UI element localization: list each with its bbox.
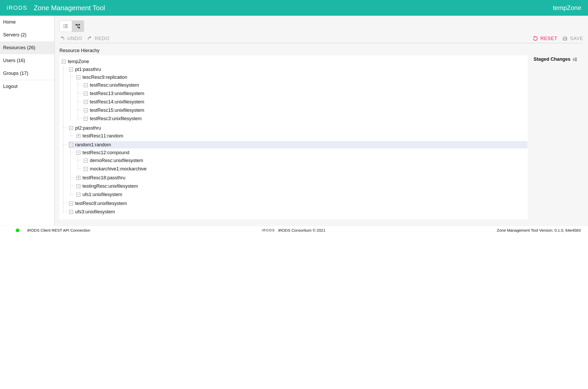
svg-point-0 — [63, 24, 64, 25]
leaf-icon[interactable]: − — [84, 108, 88, 112]
staged-changes-header: Staged Changes — [534, 57, 583, 62]
resource-tree: −tempZone −pt1:passthru −tescResc9:repli… — [60, 56, 528, 219]
save-button[interactable]: SAVE — [562, 36, 583, 41]
expand-icon[interactable]: + — [76, 134, 80, 138]
tree-node-testResc3[interactable]: −testResc3:unixfilesystem — [83, 115, 528, 122]
tree-node-testResc14[interactable]: −testResc14:unixfilesystem — [83, 98, 528, 105]
sidebar-item-servers[interactable]: Servers (2) — [0, 29, 54, 41]
main-content: UNDO REDO RESET SAVE Resource Hierachy — [54, 16, 588, 226]
svg-rect-1 — [65, 25, 68, 25]
sidebar-item-logout[interactable]: Logout — [0, 80, 54, 93]
connection-status-text: iRODS Client REST API Connection — [27, 228, 90, 232]
leaf-icon[interactable]: − — [84, 159, 88, 163]
redo-button[interactable]: REDO — [87, 36, 109, 41]
collapse-icon[interactable]: − — [76, 151, 80, 155]
leaf-icon[interactable]: − — [84, 100, 88, 104]
collapse-icon[interactable]: − — [69, 126, 73, 130]
staged-changes-panel: Staged Changes — [534, 55, 583, 62]
tree-node-random1[interactable]: −random1:random — [69, 141, 528, 148]
leaf-icon[interactable]: − — [84, 83, 88, 87]
tree-node-demoResc[interactable]: −demoResc:unixfilesystem — [83, 157, 528, 164]
tree-node-testResc18[interactable]: +testResc18:passthru — [76, 174, 528, 181]
undo-button[interactable]: UNDO — [59, 36, 82, 41]
brand-logo: iRODS — [7, 4, 27, 11]
tree-node-pt1[interactable]: −pt1:passthru — [69, 66, 528, 73]
sidebar-item-resources[interactable]: Resources (26) — [0, 41, 54, 54]
collapse-icon[interactable]: − — [69, 143, 73, 147]
toolbar-right: RESET SAVE — [532, 36, 583, 41]
list-icon — [63, 23, 69, 29]
tree-node-testResc8[interactable]: −testResc8:unixfilesystem — [69, 200, 528, 207]
tree-node-ufs3[interactable]: −ufs3:unixfilesystem — [69, 208, 528, 215]
svg-rect-5 — [65, 27, 68, 28]
svg-rect-6 — [76, 24, 77, 26]
list-view-button[interactable] — [60, 21, 72, 32]
svg-rect-7 — [79, 24, 80, 26]
view-toggle — [59, 20, 84, 32]
leaf-icon[interactable]: − — [69, 210, 73, 214]
svg-point-4 — [63, 27, 64, 28]
leaf-icon[interactable]: − — [84, 117, 88, 121]
tree-node-testResc11[interactable]: +testResc11:random — [76, 132, 528, 140]
tree-node-testResc13[interactable]: −testResc13:unixfilesystem — [83, 90, 528, 97]
collapse-icon[interactable]: − — [69, 68, 73, 71]
tree-node-mockarchive1[interactable]: −mockarchive1:mockarchive — [83, 165, 528, 173]
tree-node-pt2[interactable]: −pt2:passthru — [69, 124, 528, 132]
footer-left: iRODS Client REST API Connection — [16, 228, 90, 232]
footer-version: Zone Management Tool Version: 0.1.0, 64e… — [497, 228, 581, 232]
tree-node-tescResc9[interactable]: −tescResc9:replication — [76, 74, 528, 81]
tree-node-testResc12[interactable]: −testResc12:compound — [76, 149, 528, 156]
zone-name: tempZone — [553, 4, 581, 12]
section-title: Resource Hierachy — [59, 48, 583, 53]
footer-center: iRODS iRODS Consortium © 2021 — [262, 228, 325, 232]
connection-status-dot — [16, 229, 19, 232]
leaf-icon[interactable]: − — [76, 193, 80, 197]
tree-node-testResc[interactable]: −testResc:unixfilesystem — [83, 81, 528, 89]
leaf-icon[interactable]: − — [69, 202, 73, 205]
leaf-icon[interactable]: − — [76, 184, 80, 188]
tree-node-testResc15[interactable]: −testResc15:unixfilesystem — [83, 107, 528, 114]
leaf-icon[interactable]: − — [84, 92, 88, 96]
toolbar-left: UNDO REDO — [59, 36, 109, 41]
priority-list-icon — [573, 57, 578, 62]
svg-rect-8 — [79, 27, 80, 29]
redo-icon — [87, 36, 93, 41]
tree-node-ufs1[interactable]: −ufs1:unixfilesystem — [76, 191, 528, 198]
footer: iRODS Client REST API Connection iRODS i… — [0, 226, 588, 235]
expand-icon[interactable]: + — [76, 176, 80, 180]
collapse-icon[interactable]: − — [76, 75, 80, 79]
app-header: iRODS Zone Management Tool tempZone — [0, 0, 588, 16]
sidebar-item-users[interactable]: Users (16) — [0, 54, 54, 67]
reset-button[interactable]: RESET — [532, 36, 557, 41]
svg-point-2 — [63, 26, 64, 27]
sidebar-item-home[interactable]: Home — [0, 16, 54, 29]
tree-icon — [75, 23, 81, 29]
footer-logo: iRODS — [262, 228, 275, 232]
tree-node-root[interactable]: −tempZone — [61, 58, 528, 65]
svg-rect-3 — [65, 26, 68, 26]
sidebar-item-groups[interactable]: Groups (17) — [0, 67, 54, 80]
resource-tree-panel: −tempZone −pt1:passthru −tescResc9:repli… — [59, 55, 528, 219]
save-icon — [562, 36, 568, 41]
toolbar: UNDO REDO RESET SAVE — [59, 36, 583, 43]
leaf-icon[interactable]: − — [84, 167, 88, 171]
footer-right: Zone Management Tool Version: 0.1.0, 64e… — [497, 228, 581, 232]
tree-view-button[interactable] — [72, 21, 84, 32]
sidebar: Home Servers (2) Resources (26) Users (1… — [0, 16, 54, 226]
collapse-icon[interactable]: − — [62, 60, 66, 64]
app-title: Zone Management Tool — [34, 4, 105, 12]
footer-consortium: iRODS Consortium © 2021 — [278, 228, 325, 232]
reset-icon — [532, 36, 538, 41]
tree-node-testingResc[interactable]: −testingResc:unixfilesystem — [76, 182, 528, 190]
header-left: iRODS Zone Management Tool — [7, 4, 105, 12]
undo-icon — [59, 36, 65, 41]
